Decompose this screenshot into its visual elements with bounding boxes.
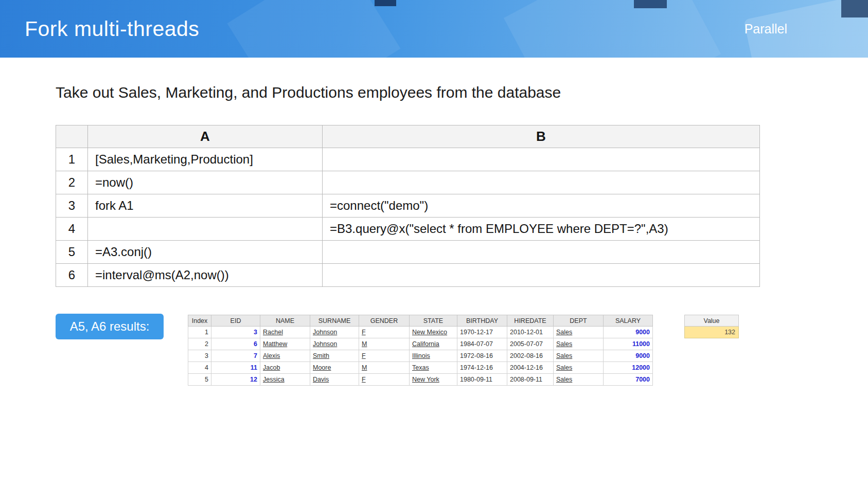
link-name[interactable]: Rachel [260, 327, 310, 338]
grid-row: 4 11 Jacob Moore M Texas 1974-12-16 2004… [188, 362, 653, 374]
cell-salary: 7000 [604, 374, 653, 386]
value-panel: Value 132 [684, 315, 739, 338]
cell-index: 4 [188, 362, 211, 374]
link-gender[interactable]: M [359, 362, 410, 374]
grid-header-birthday: BIRTHDAY [457, 315, 507, 327]
cell-hiredate: 2002-08-16 [507, 350, 554, 362]
cell-A1: [Sales,Marketing,Production] [88, 148, 323, 171]
header-bar: Fork multi-threads Parallel [0, 0, 868, 58]
link-state[interactable]: Texas [410, 362, 457, 374]
link-dept[interactable]: Sales [554, 338, 604, 350]
link-name[interactable]: Jacob [260, 362, 310, 374]
grid-header-hiredate: HIREDATE [507, 315, 554, 327]
cell-salary: 9000 [604, 350, 653, 362]
cell-birthday: 1974-12-16 [457, 362, 507, 374]
grid-row: 5 12 Jessica Davis F New York 1980-09-11… [188, 374, 653, 386]
link-state[interactable]: Illinois [410, 350, 457, 362]
link-gender[interactable]: F [359, 350, 410, 362]
link-dept[interactable]: Sales [554, 327, 604, 338]
header-decoration [841, 0, 868, 17]
link-state[interactable]: California [410, 338, 457, 350]
cell-salary: 12000 [604, 362, 653, 374]
grid-header-state: STATE [410, 315, 457, 327]
cell-index: 1 [188, 327, 211, 338]
header-decoration [227, 0, 400, 58]
cell-A5: =A3.conj() [88, 241, 323, 264]
link-state[interactable]: New Mexico [410, 327, 457, 338]
cell-A6: =interval@ms(A2,now()) [88, 264, 323, 287]
grid-header-gender: GENDER [359, 315, 410, 327]
cell-birthday: 1984-07-07 [457, 338, 507, 350]
sheet-corner-cell [56, 125, 88, 148]
cell-hiredate: 2005-07-07 [507, 338, 554, 350]
cell-hiredate: 2008-09-11 [507, 374, 554, 386]
row-number: 6 [56, 264, 88, 287]
cell-birthday: 1970-12-17 [457, 327, 507, 338]
cell-eid: 6 [211, 338, 260, 350]
link-name[interactable]: Matthew [260, 338, 310, 350]
grid-header-salary: SALARY [604, 315, 653, 327]
link-surname[interactable]: Smith [310, 350, 359, 362]
link-gender[interactable]: M [359, 338, 410, 350]
row-number: 4 [56, 218, 88, 241]
cell-B6 [323, 264, 760, 287]
row-number: 3 [56, 194, 88, 218]
link-gender[interactable]: F [359, 327, 410, 338]
result-table: Index EID NAME SURNAME GENDER STATE BIRT… [188, 315, 653, 386]
link-surname[interactable]: Johnson [310, 327, 359, 338]
cell-hiredate: 2004-12-16 [507, 362, 554, 374]
grid-row: 1 3 Rachel Johnson F New Mexico 1970-12-… [188, 327, 653, 338]
grid-header-row: Index EID NAME SURNAME GENDER STATE BIRT… [188, 315, 653, 327]
value-cell: 132 [685, 327, 739, 338]
cell-index: 5 [188, 374, 211, 386]
results-button[interactable]: A5, A6 results: [56, 314, 164, 339]
cell-A4 [88, 218, 323, 241]
link-state[interactable]: New York [410, 374, 457, 386]
row-number: 5 [56, 241, 88, 264]
value-header: Value [685, 315, 739, 327]
header-badge: Parallel [745, 22, 787, 37]
cell-A2: =now() [88, 171, 323, 194]
grid-header-eid: EID [211, 315, 260, 327]
grid-header-index: Index [188, 315, 211, 327]
link-name[interactable]: Alexis [260, 350, 310, 362]
header-decoration [375, 0, 396, 6]
sheet-row: 3 fork A1 =connect("demo") [56, 194, 760, 218]
sheet-row: 5 =A3.conj() [56, 241, 760, 264]
value-row: 132 [685, 327, 739, 338]
cell-B4: =B3.query@x("select * from EMPLOYEE wher… [323, 218, 760, 241]
page-title: Fork multi-threads [25, 17, 199, 41]
link-dept[interactable]: Sales [554, 374, 604, 386]
row-number: 2 [56, 171, 88, 194]
link-surname[interactable]: Johnson [310, 338, 359, 350]
grid-row: 3 7 Alexis Smith F Illinois 1972-08-16 2… [188, 350, 653, 362]
cell-hiredate: 2010-12-01 [507, 327, 554, 338]
cell-eid: 11 [211, 362, 260, 374]
cell-birthday: 1972-08-16 [457, 350, 507, 362]
grid-header-name: NAME [260, 315, 310, 327]
grid-header-dept: DEPT [554, 315, 604, 327]
sheet-row: 4 =B3.query@x("select * from EMPLOYEE wh… [56, 218, 760, 241]
link-surname[interactable]: Moore [310, 362, 359, 374]
link-surname[interactable]: Davis [310, 374, 359, 386]
header-decoration [504, 0, 721, 58]
link-dept[interactable]: Sales [554, 362, 604, 374]
sheet-row: 1 [Sales,Marketing,Production] [56, 148, 760, 171]
cell-salary: 11000 [604, 338, 653, 350]
cell-B5 [323, 241, 760, 264]
sheet-row: 6 =interval@ms(A2,now()) [56, 264, 760, 287]
cell-salary: 9000 [604, 327, 653, 338]
cell-B1 [323, 148, 760, 171]
cell-eid: 7 [211, 350, 260, 362]
sheet-row: 2 =now() [56, 171, 760, 194]
link-gender[interactable]: F [359, 374, 410, 386]
spreadsheet: A B 1 [Sales,Marketing,Production] 2 =no… [56, 125, 760, 287]
cell-index: 3 [188, 350, 211, 362]
cell-birthday: 1980-09-11 [457, 374, 507, 386]
cell-B3: =connect("demo") [323, 194, 760, 218]
column-header-b: B [323, 125, 760, 148]
link-dept[interactable]: Sales [554, 350, 604, 362]
grid-header-surname: SURNAME [310, 315, 359, 327]
cell-eid: 3 [211, 327, 260, 338]
link-name[interactable]: Jessica [260, 374, 310, 386]
